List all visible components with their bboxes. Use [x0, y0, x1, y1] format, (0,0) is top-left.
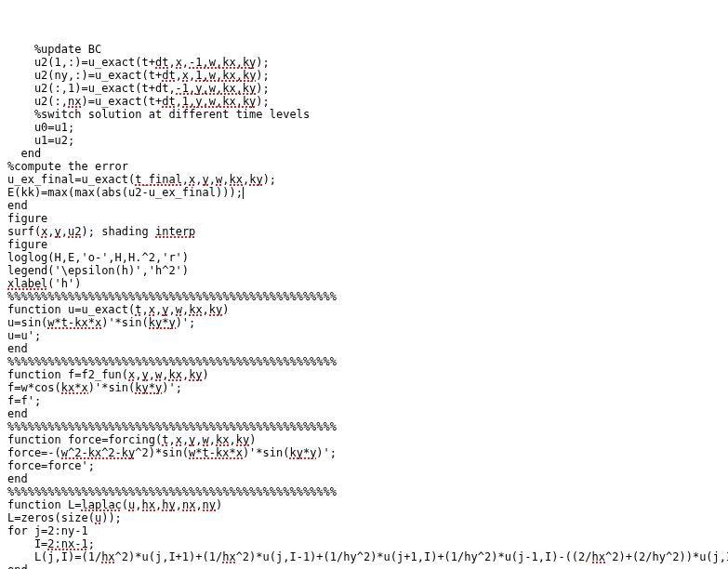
code-line[interactable]: f=w*cos(kx*x)'*sin(ky*y)';	[7, 381, 721, 394]
code-line[interactable]: function L=laplac(u,hx,hy,nx,ny)	[7, 498, 721, 511]
code-text: ,	[230, 433, 236, 446]
code-text: );	[256, 69, 269, 82]
code-line[interactable]: %%%%%%%%%%%%%%%%%%%%%%%%%%%%%%%%%%%%%%%%…	[7, 485, 721, 498]
code-line[interactable]: end	[7, 342, 721, 355]
code-text: ,	[168, 433, 175, 446]
spellcheck-underline-text: ky*y	[289, 446, 316, 459]
spellcheck-underline-text: hx	[142, 498, 155, 511]
code-text: function force=forcing(	[7, 433, 162, 446]
code-text: u=u';	[7, 329, 41, 342]
code-line[interactable]: end	[7, 199, 721, 212]
code-line[interactable]: end	[7, 472, 721, 485]
code-editor[interactable]: %update BCu2(1,:)=u_exact(t+dt,x,-1,w,kx…	[0, 0, 728, 569]
code-line[interactable]: function f=f2_fun(x,y,w,kx,ky)	[7, 368, 721, 381]
spellcheck-underline-text: w	[155, 368, 162, 381]
code-line[interactable]: u_ex_final=u_exact(t_final,x,y,w,kx,ky);	[7, 173, 721, 186]
code-text: end	[7, 472, 28, 485]
code-text: ,	[203, 303, 209, 316]
code-line[interactable]: loglog(H,E,'o-',H,H.^2,'r')	[7, 251, 721, 264]
code-text: );	[263, 173, 276, 186]
spellcheck-underline-text: y	[55, 225, 61, 238]
spellcheck-underline-text: x	[182, 69, 189, 82]
spellcheck-underline-text: u	[128, 498, 135, 511]
code-text: function f=f2_fun(	[7, 368, 128, 381]
spellcheck-underline-text: ky	[236, 433, 249, 446]
code-line[interactable]: u=u';	[7, 329, 721, 342]
code-text: ^2)+(2/hy^2))*u(j,I);	[605, 550, 728, 563]
spellcheck-underline-text: ny	[203, 498, 216, 511]
code-text: u2(:,1)=u_exact(t+dt,	[34, 82, 176, 95]
spellcheck-underline-text: w*t-kx*x	[189, 446, 243, 459]
code-line[interactable]: surf(x,y,u2); shading interp	[7, 225, 721, 238]
code-text: ,	[189, 69, 195, 82]
spellcheck-underline-text: y	[142, 368, 149, 381]
code-line[interactable]: u2(:,nx)=u_exact(t+dt,1,y,w,kx,ky);	[7, 95, 721, 108]
code-text: );	[256, 82, 269, 95]
spellcheck-underline-text: x	[189, 173, 195, 186]
code-text: ,	[142, 303, 149, 316]
code-line[interactable]: %%%%%%%%%%%%%%%%%%%%%%%%%%%%%%%%%%%%%%%%…	[7, 420, 721, 433]
code-line[interactable]: function u=u_exact(t,x,y,w,kx,ky)	[7, 303, 721, 316]
code-text: ,	[182, 56, 189, 69]
code-text: );	[256, 95, 269, 108]
code-line[interactable]: f=f';	[7, 394, 721, 407]
spellcheck-underline-text: 1,y,w,kx,ky	[182, 95, 256, 108]
code-line[interactable]: %%%%%%%%%%%%%%%%%%%%%%%%%%%%%%%%%%%%%%%%…	[7, 290, 721, 303]
code-text: u0=u1;	[34, 121, 74, 134]
code-text: ,	[176, 95, 182, 108]
code-line[interactable]: figure	[7, 238, 721, 251]
code-text: %compute the error	[7, 160, 128, 173]
code-line[interactable]: L=zeros(size(u));	[7, 511, 721, 524]
spellcheck-underline-text: ky	[249, 173, 262, 186]
code-line[interactable]: legend('\epsilon(h)','h^2')	[7, 264, 721, 277]
spellcheck-underline-text: x	[41, 225, 47, 238]
spellcheck-underline-text: x	[176, 56, 182, 69]
code-text: f=w*cos(	[7, 381, 61, 394]
code-line[interactable]: for j=2:ny-1	[7, 524, 721, 537]
code-line[interactable]: u1=u2;	[7, 134, 721, 147]
code-line[interactable]: %update BC	[7, 43, 721, 56]
code-text: )'*sin(	[101, 316, 149, 329]
code-line[interactable]: u0=u1;	[7, 121, 721, 134]
spellcheck-underline-text: ky	[209, 303, 222, 316]
code-line[interactable]: u2(:,1)=u_exact(t+dt,-1,y,w,kx,ky);	[7, 82, 721, 95]
code-text: ;	[88, 537, 95, 550]
code-line[interactable]: %%%%%%%%%%%%%%%%%%%%%%%%%%%%%%%%%%%%%%%%…	[7, 355, 721, 368]
code-line[interactable]: end	[7, 147, 721, 160]
spellcheck-underline-text: x	[176, 433, 182, 446]
code-text: )	[216, 498, 222, 511]
code-text: ,	[47, 225, 54, 238]
spellcheck-underline-text: ky*y	[135, 381, 162, 394]
code-text: figure	[7, 238, 47, 251]
spellcheck-underline-text: ky	[189, 368, 202, 381]
code-text: (	[122, 498, 128, 511]
gutter	[2, 0, 6, 569]
code-line[interactable]: E(kk)=max(max(abs(u2-u_ex_final)));	[7, 186, 721, 199]
code-line[interactable]: end	[7, 407, 721, 420]
code-line[interactable]: I=2:nx-1;	[7, 537, 721, 550]
code-line[interactable]: u2(ny,:)=u_exact(t+dt,x,1,w,kx,ky);	[7, 69, 721, 82]
code-line[interactable]: force=-(w^2-kx^2-ky^2)*sin(w*t-kx*x)'*si…	[7, 446, 721, 459]
code-text: ,	[243, 173, 249, 186]
code-line[interactable]: %compute the error	[7, 160, 721, 173]
code-line[interactable]: u2(1,:)=u_exact(t+dt,x,-1,w,kx,ky);	[7, 56, 721, 69]
code-line[interactable]: function force=forcing(t,x,y,w,kx,ky)	[7, 433, 721, 446]
code-text: for j=2:ny-1	[7, 524, 88, 537]
spellcheck-underline-text: nx	[68, 95, 81, 108]
spellcheck-underline-text: dt	[162, 69, 175, 82]
code-text: u=sin(	[7, 316, 47, 329]
code-line[interactable]: end	[7, 563, 721, 569]
code-line[interactable]: xlabel('h')	[7, 277, 721, 290]
code-line[interactable]: L(j,I)=(1/hx^2)*u(j,I+1)+(1/hx^2)*u(j,I-…	[7, 550, 721, 563]
code-text: legend('\epsilon(h)','h^2')	[7, 264, 189, 277]
code-line[interactable]: force=force';	[7, 459, 721, 472]
code-text: ('h')	[47, 277, 81, 290]
code-text: end	[7, 199, 28, 212]
spellcheck-underline-text: hy	[162, 498, 175, 511]
code-line[interactable]: %switch solution at different time level…	[7, 108, 721, 121]
code-text: ,	[182, 433, 189, 446]
code-text: force=-(	[7, 446, 61, 459]
code-line[interactable]: figure	[7, 212, 721, 225]
code-line[interactable]: u=sin(w*t-kx*x)'*sin(ky*y)';	[7, 316, 721, 329]
spellcheck-underline-text: dt	[162, 95, 175, 108]
